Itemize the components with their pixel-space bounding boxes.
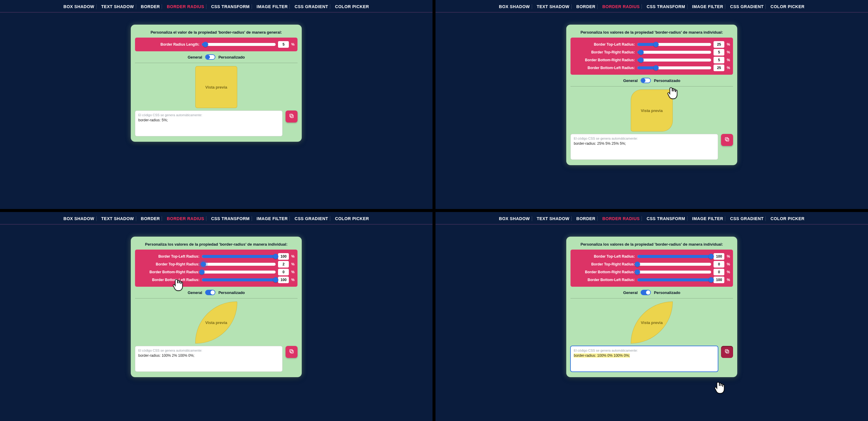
nav-item-image-filter[interactable]: IMAGE FILTER bbox=[255, 4, 290, 9]
slider-value[interactable]: 2 bbox=[278, 261, 289, 268]
slider-thumb[interactable] bbox=[653, 42, 659, 47]
nav-item-border[interactable]: BORDER bbox=[575, 216, 598, 221]
nav-item-box-shadow[interactable]: BOX SHADOW bbox=[497, 4, 532, 9]
percent-label: % bbox=[291, 254, 294, 258]
slider-value[interactable]: 100 bbox=[278, 277, 289, 283]
percent-label: % bbox=[727, 50, 730, 54]
slider-thumb[interactable] bbox=[273, 254, 278, 259]
slider-track[interactable] bbox=[637, 66, 711, 69]
slider-thumb[interactable] bbox=[634, 269, 640, 275]
percent-label: % bbox=[727, 58, 730, 62]
nav-item-css-transform[interactable]: CSS TRANSFORM bbox=[209, 216, 252, 221]
slider-thumb[interactable] bbox=[200, 261, 206, 267]
copy-button[interactable] bbox=[721, 134, 733, 146]
stage: Personaliza los valores de la propiedad … bbox=[435, 225, 868, 377]
nav-item-color-picker[interactable]: COLOR PICKER bbox=[333, 216, 371, 221]
slider-thumb[interactable] bbox=[199, 269, 205, 275]
nav-item-color-picker[interactable]: COLOR PICKER bbox=[333, 4, 371, 9]
slider-row: Border Top-Right Radius: 5 % bbox=[574, 49, 730, 56]
svg-rect-5 bbox=[290, 349, 292, 352]
slider-thumb[interactable] bbox=[708, 277, 714, 283]
slider-track[interactable] bbox=[202, 43, 276, 46]
slider-track[interactable] bbox=[637, 59, 711, 61]
slider-value[interactable]: 25 bbox=[714, 41, 724, 48]
cursor-hand-icon bbox=[714, 381, 725, 395]
slider-value[interactable]: 5 bbox=[714, 57, 724, 63]
nav-item-box-shadow[interactable]: BOX SHADOW bbox=[62, 4, 97, 9]
code-output[interactable]: El código CSS se genera automáticamente:… bbox=[570, 346, 718, 372]
nav-item-css-gradient[interactable]: CSS GRADIENT bbox=[728, 4, 766, 9]
mode-custom-label: Personalizado bbox=[654, 78, 680, 83]
slider-value[interactable]: 0 bbox=[714, 269, 724, 275]
nav-item-css-transform[interactable]: CSS TRANSFORM bbox=[645, 4, 687, 9]
nav-item-image-filter[interactable]: IMAGE FILTER bbox=[690, 4, 725, 9]
nav-item-border[interactable]: BORDER bbox=[139, 216, 162, 221]
nav-item-text-shadow[interactable]: TEXT SHADOW bbox=[535, 216, 572, 221]
nav-item-css-transform[interactable]: CSS TRANSFORM bbox=[209, 4, 252, 9]
nav-item-border-radius[interactable]: BORDER RADIUS bbox=[165, 216, 206, 221]
nav-item-border[interactable]: BORDER bbox=[575, 4, 598, 9]
code-output[interactable]: El código CSS se genera automáticamente:… bbox=[570, 134, 718, 160]
nav-item-border-radius[interactable]: BORDER RADIUS bbox=[165, 4, 206, 9]
slider-value[interactable]: 0 bbox=[278, 269, 289, 275]
slider-thumb[interactable] bbox=[638, 57, 644, 63]
controls-panel: Border Top-Left Radius: 25 % Border Top-… bbox=[570, 37, 733, 75]
mode-general-label: General bbox=[188, 290, 202, 295]
slider-thumb[interactable] bbox=[203, 42, 208, 47]
mode-toggle[interactable] bbox=[205, 290, 215, 295]
slider-value[interactable]: 100 bbox=[714, 277, 724, 283]
slider-value[interactable]: 25 bbox=[714, 64, 724, 71]
code-output[interactable]: El código CSS se genera automáticamente:… bbox=[135, 111, 282, 136]
percent-label: % bbox=[291, 43, 294, 47]
slider-track[interactable] bbox=[637, 43, 711, 46]
copy-button[interactable] bbox=[285, 111, 298, 122]
slider-thumb[interactable] bbox=[634, 261, 640, 267]
nav-item-image-filter[interactable]: IMAGE FILTER bbox=[255, 216, 290, 221]
slider-track[interactable] bbox=[202, 263, 276, 266]
card-title: Personaliza los valores de la propiedad … bbox=[135, 242, 298, 247]
slider-track[interactable] bbox=[202, 271, 276, 274]
slider-track[interactable] bbox=[202, 278, 276, 281]
slider-row: Border Top-Right Radius: 2 % bbox=[138, 261, 294, 268]
nav-item-text-shadow[interactable]: TEXT SHADOW bbox=[100, 216, 136, 221]
nav-item-css-gradient[interactable]: CSS GRADIENT bbox=[293, 4, 330, 9]
slider-value[interactable]: 5 bbox=[714, 49, 724, 56]
copy-button[interactable] bbox=[285, 346, 298, 358]
slider-track[interactable] bbox=[637, 271, 711, 274]
mode-toggle[interactable] bbox=[641, 290, 651, 295]
slider-value[interactable]: 100 bbox=[714, 253, 724, 260]
nav-item-box-shadow[interactable]: BOX SHADOW bbox=[62, 216, 97, 221]
slider-track[interactable] bbox=[202, 255, 276, 258]
nav-item-css-transform[interactable]: CSS TRANSFORM bbox=[645, 216, 687, 221]
slider-thumb[interactable] bbox=[653, 65, 659, 71]
nav-item-border[interactable]: BORDER bbox=[139, 4, 162, 9]
percent-label: % bbox=[291, 270, 294, 274]
slider-track[interactable] bbox=[637, 263, 711, 266]
top-nav: BOX SHADOWTEXT SHADOWBORDERBORDER RADIUS… bbox=[0, 212, 433, 225]
slider-value[interactable]: 0 bbox=[714, 261, 724, 268]
slider-row: Border Radius Length: 5 % bbox=[138, 41, 294, 48]
nav-item-text-shadow[interactable]: TEXT SHADOW bbox=[535, 4, 572, 9]
slider-thumb[interactable] bbox=[638, 50, 644, 55]
nav-item-color-picker[interactable]: COLOR PICKER bbox=[769, 4, 806, 9]
nav-item-css-gradient[interactable]: CSS GRADIENT bbox=[728, 216, 766, 221]
nav-item-text-shadow[interactable]: TEXT SHADOW bbox=[100, 4, 136, 9]
nav-item-border-radius[interactable]: BORDER RADIUS bbox=[600, 216, 642, 221]
slider-value[interactable]: 5 bbox=[278, 41, 289, 48]
nav-item-image-filter[interactable]: IMAGE FILTER bbox=[690, 216, 725, 221]
mode-toggle[interactable] bbox=[641, 78, 651, 83]
nav-item-color-picker[interactable]: COLOR PICKER bbox=[769, 216, 806, 221]
nav-item-border-radius[interactable]: BORDER RADIUS bbox=[600, 4, 642, 9]
copy-button[interactable] bbox=[721, 346, 733, 358]
slider-track[interactable] bbox=[637, 51, 711, 54]
code-output[interactable]: El código CSS se genera automáticamente:… bbox=[135, 346, 282, 372]
slider-track[interactable] bbox=[637, 278, 711, 281]
slider-thumb[interactable] bbox=[273, 277, 278, 283]
mode-toggle[interactable] bbox=[205, 54, 215, 60]
slider-value[interactable]: 100 bbox=[278, 253, 289, 260]
slider-track[interactable] bbox=[637, 255, 711, 258]
nav-item-box-shadow[interactable]: BOX SHADOW bbox=[497, 216, 532, 221]
slider-thumb[interactable] bbox=[708, 254, 714, 259]
nav-item-css-gradient[interactable]: CSS GRADIENT bbox=[293, 216, 330, 221]
slider-label: Border Radius Length: bbox=[138, 43, 199, 47]
